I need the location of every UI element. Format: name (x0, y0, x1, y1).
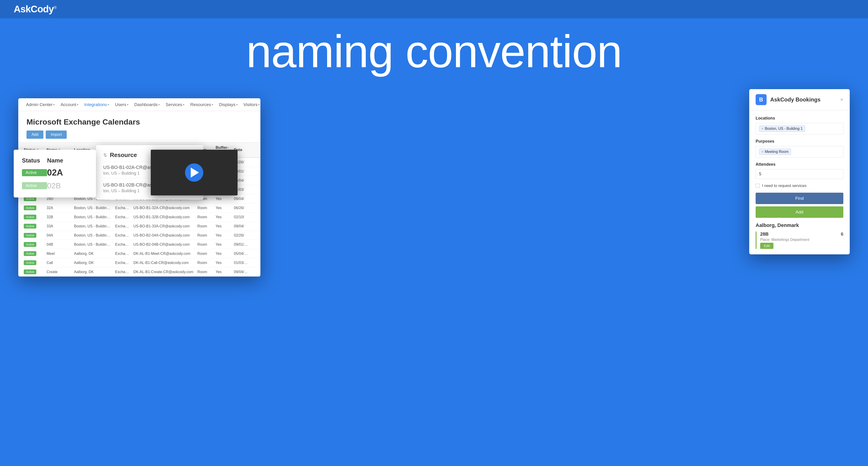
attendees-section: Attendees 5 (755, 162, 843, 179)
tag-remove-icon[interactable]: × (762, 150, 764, 153)
td-resource-type: Room (195, 213, 214, 221)
request-services-label: I need to request services (762, 183, 807, 188)
td-name: 33A (45, 222, 72, 230)
td-resource-type: Room (195, 240, 214, 249)
td-status: Active (22, 231, 45, 240)
td-name: 04B (45, 240, 72, 249)
nav-users[interactable]: Users ▾ (113, 101, 131, 109)
booking-result-name: 28B (760, 232, 809, 237)
td-status: Active (22, 240, 45, 249)
table-row: Active 33A Boston, US - Building 1 Excha… (18, 222, 260, 231)
nav-integrations-arrow: ▾ (107, 103, 109, 106)
td-name: 32B (45, 213, 72, 221)
td-status: Active (22, 203, 45, 212)
td-location: Aalborg, DK (72, 268, 113, 276)
nav-admin-center-arrow: ▾ (53, 103, 55, 106)
top-bar: AskCody® (0, 0, 868, 18)
bookings-panel: B AskCody Bookings × Locations × Boston,… (749, 89, 850, 254)
action-buttons: Add Import (27, 130, 252, 139)
nav-dashboards-arrow: ▾ (158, 103, 160, 106)
location-tag[interactable]: × Boston, US - Building 1 (759, 125, 805, 132)
td-buffer: Yes (214, 222, 232, 230)
nav-admin-center[interactable]: Admin Center ▾ (24, 101, 57, 109)
td-location: Aalborg, DK (72, 250, 113, 258)
td-type: Exchange (113, 204, 131, 212)
add-booking-button[interactable]: Add (755, 206, 843, 218)
purposes-field[interactable]: × Meeting Room (755, 146, 843, 157)
nav-integrations[interactable]: Integrations ▾ (82, 101, 111, 109)
td-resource-type: Room (195, 259, 214, 267)
edit-button[interactable]: Edit (760, 243, 773, 249)
td-type: Exchange (113, 259, 131, 267)
td-date: 02/10/ (232, 213, 250, 221)
table-row: Active Call Aalborg, DK Exchange DK-AL-B… (18, 258, 260, 267)
td-date: 01/03/2017 (232, 259, 250, 267)
play-button[interactable] (185, 164, 203, 182)
request-services-checkbox[interactable] (755, 184, 760, 188)
td-buffer: Yes (214, 240, 232, 249)
nav-displays[interactable]: Displays ▾ (217, 101, 240, 109)
table-row: Active Meet Aalborg, DK Exchange DK-AL-B… (18, 249, 260, 258)
td-type: Exchange (113, 213, 131, 221)
td-buffer: Yes (214, 268, 232, 276)
td-location: Aalborg, DK (72, 259, 113, 267)
td-location: Boston, US - Building 2 (72, 231, 113, 239)
td-resource-type: Room (195, 268, 214, 276)
locations-label: Locations (755, 116, 843, 121)
td-type: Exchange (113, 268, 131, 276)
td-date: 09/01/2017 (232, 240, 250, 249)
td-name: Meet (45, 250, 72, 258)
td-date: 05/04/2020 (232, 250, 250, 258)
find-button[interactable]: Find (755, 193, 843, 204)
add-button[interactable]: Add (27, 130, 43, 139)
name-value: 02A (47, 168, 88, 178)
td-email: US-BO-B1-32A-CR@askcody.com (131, 204, 195, 212)
td-email: US-BO-B2-04A-CR@askcody.com (131, 231, 195, 239)
video-overlay (151, 150, 238, 196)
table-row: Active Create Aalborg, DK Exchange DK-AL… (18, 267, 260, 276)
td-status: Active (22, 267, 45, 276)
td-location: Boston, US - Building 1 (72, 204, 113, 212)
nav-account[interactable]: Account ▾ (58, 101, 81, 109)
td-status: Active (22, 212, 45, 222)
name-label: Name (47, 157, 88, 164)
locations-field[interactable]: × Boston, US - Building 1 (755, 123, 843, 135)
td-resource-type: Room (195, 231, 214, 239)
booking-result: 28B Place: Marketings Department Edit 6 (755, 232, 843, 249)
purpose-tag[interactable]: × Meeting Room (759, 149, 791, 155)
nav-visitors[interactable]: Visitors ▾ (241, 101, 260, 109)
td-date: 06/26/ (232, 204, 250, 212)
nav-resources[interactable]: Resources ▾ (188, 101, 215, 109)
location-section-title: Aalborg, Denmark (755, 222, 843, 228)
close-button[interactable]: × (840, 96, 843, 103)
td-resource-type: Room (195, 204, 214, 212)
logo: AskCody® (14, 4, 56, 14)
import-button[interactable]: Import (46, 130, 67, 139)
nav-users-arrow: ▾ (127, 103, 128, 106)
td-status: Active (22, 249, 45, 258)
td-buffer: Yes (214, 231, 232, 239)
td-name: 04A (45, 231, 72, 239)
page-header: Microsoft Exchange Calendars Add Import (18, 111, 260, 143)
tag-remove-icon[interactable]: × (762, 127, 764, 130)
td-name: Create (45, 268, 72, 276)
attendees-field[interactable]: 5 (755, 169, 843, 179)
td-buffer: Yes (214, 213, 232, 221)
td-location: Boston, US - Building 1 (72, 222, 113, 230)
td-type: Exchange (113, 222, 131, 230)
td-location: Boston, US - Building 1 (72, 213, 113, 221)
nav-services[interactable]: Services ▾ (163, 101, 187, 109)
table-row: Active 32A Boston, US - Building 1 Excha… (18, 203, 260, 212)
td-email: US-BO-B1-32B-CR@askcody.com (131, 213, 195, 221)
td-buffer: Yes (214, 204, 232, 212)
booking-result-info: 28B Place: Marketings Department Edit (760, 232, 809, 249)
bookings-title: AskCody Bookings (770, 96, 840, 103)
nav-dashboards[interactable]: Dashboards ▾ (132, 101, 162, 109)
page-title: Microsoft Exchange Calendars (27, 117, 252, 126)
large-status-card: Status Name Active 02A Active 02B (14, 150, 96, 198)
status-row: Status Name (22, 157, 88, 164)
td-buffer: Yes (214, 259, 232, 267)
active-badge: Active (22, 169, 47, 176)
td-type: Exchange (113, 240, 131, 249)
nav-displays-arrow: ▾ (236, 103, 238, 106)
